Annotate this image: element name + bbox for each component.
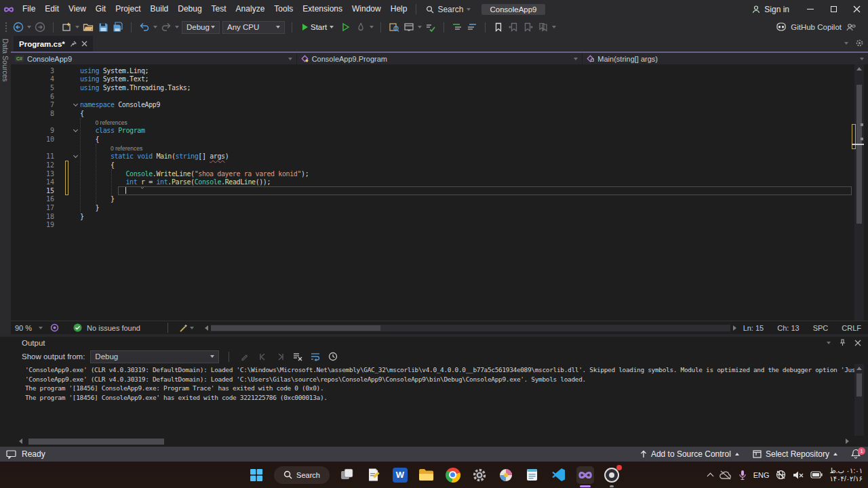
chrome-icon[interactable] [444, 466, 462, 484]
navigate-forward-button[interactable] [34, 21, 46, 33]
data-sources-tab[interactable]: Data Sources [1, 39, 9, 82]
breakpoint-margin[interactable] [57, 144, 71, 152]
tab-program-cs[interactable]: Program.cs* [14, 36, 93, 52]
microphone-icon[interactable] [738, 470, 747, 481]
code-line[interactable]: 10 { [11, 135, 868, 144]
zoom-level[interactable]: 90 % [11, 324, 39, 332]
start-debugging-button[interactable]: Start [299, 23, 337, 31]
solution-platform-dropdown[interactable]: Any CPU [222, 21, 285, 34]
battery-icon[interactable] [810, 471, 823, 479]
code-line[interactable]: 7namespace ConsoleApp9 [11, 101, 868, 110]
line-number[interactable]: 4 [11, 75, 57, 83]
code-line[interactable]: 14 int r = int.Parse(Console.ReadLine())… [11, 178, 868, 186]
save-button[interactable] [97, 21, 109, 33]
column-indicator[interactable]: Ch: 13 [770, 324, 806, 332]
code-line[interactable]: 12 { [11, 161, 868, 169]
breakpoint-margin[interactable] [57, 109, 71, 118]
vscode-icon[interactable] [550, 466, 568, 484]
editor-horizontal-scrollbar[interactable] [211, 325, 730, 331]
breakpoint-margin[interactable] [57, 66, 71, 75]
find-in-files-button[interactable] [388, 21, 400, 33]
breakpoint-margin[interactable] [57, 186, 71, 195]
paint-icon[interactable] [497, 466, 515, 484]
solution-configuration-dropdown[interactable]: Debug [182, 21, 220, 34]
pin-icon[interactable] [70, 41, 77, 47]
scroll-left-arrow[interactable] [19, 439, 22, 444]
language-indicator[interactable]: ENG [753, 471, 770, 479]
line-unindent-button[interactable] [466, 21, 478, 33]
tray-expand-chevron[interactable] [707, 472, 713, 479]
obs-icon[interactable] [603, 466, 620, 484]
python-notebook-icon[interactable] [365, 466, 382, 484]
breadcrumb-type-dropdown[interactable]: ConsoleApp9.Program [297, 53, 583, 64]
menu-window[interactable]: Window [347, 0, 386, 18]
close-tab-icon[interactable] [81, 41, 87, 47]
search-box[interactable]: Search [420, 5, 476, 14]
live-share-icon[interactable] [48, 322, 60, 334]
task-view-icon[interactable] [338, 466, 356, 484]
add-to-source-control-button[interactable]: Add to Source Control [640, 449, 739, 459]
minimize-button[interactable] [799, 0, 822, 18]
github-copilot-button[interactable]: GitHub Copilot [776, 22, 856, 33]
menu-git[interactable]: Git [91, 0, 111, 18]
code-line[interactable]: 9 class Program [11, 126, 868, 135]
spaces-indicator[interactable]: SPC [806, 324, 835, 332]
word-icon[interactable]: W [391, 466, 409, 484]
breakpoint-margin[interactable] [57, 169, 71, 178]
line-number[interactable]: 14 [11, 178, 57, 186]
editor-vertical-scrollbar[interactable] [854, 64, 864, 321]
line-number[interactable]: 17 [11, 204, 57, 211]
scroll-up-arrow[interactable] [856, 367, 862, 370]
breakpoint-margin[interactable] [57, 212, 71, 221]
output-source-dropdown[interactable]: Debug [90, 350, 219, 363]
line-number[interactable]: 13 [11, 170, 57, 178]
line-number[interactable]: 10 [11, 136, 57, 143]
fold-chevron-icon[interactable] [73, 102, 77, 106]
code-line[interactable]: 8{ [11, 109, 868, 118]
scroll-right-arrow[interactable] [846, 439, 849, 444]
breakpoint-margin[interactable] [57, 83, 71, 92]
output-log[interactable]: 'ConsoleApp9.exe' (CLR v4.0.30319: Defau… [25, 365, 854, 402]
document-well-options-icon[interactable] [855, 39, 864, 47]
menu-build[interactable]: Build [146, 0, 174, 18]
scrollbar-thumb[interactable] [856, 85, 862, 224]
scrollbar-thumb[interactable] [856, 373, 862, 396]
line-number[interactable]: 18 [11, 213, 57, 220]
menu-project[interactable]: Project [111, 0, 145, 18]
hot-reload-button[interactable] [355, 21, 367, 33]
breakpoint-margin[interactable] [57, 178, 71, 186]
line-number[interactable]: 15 [11, 187, 57, 195]
breakpoint-margin[interactable] [57, 161, 71, 169]
tab-list-chevron[interactable] [844, 42, 848, 45]
visual-studio-icon[interactable] [576, 466, 594, 484]
solution-name-badge[interactable]: ConsoleApp9 [481, 4, 545, 15]
code-line[interactable]: 16 } [11, 195, 868, 204]
code-line[interactable]: 6 [11, 92, 868, 101]
maximize-button[interactable] [822, 0, 845, 18]
menu-edit[interactable]: Edit [40, 0, 64, 18]
next-message-button[interactable] [274, 350, 286, 363]
timestamp-button[interactable] [327, 350, 339, 363]
volume-muted-icon[interactable] [793, 470, 804, 480]
codelens-row[interactable]: 0 references [11, 118, 868, 127]
breakpoint-margin[interactable] [57, 126, 71, 135]
menu-debug[interactable]: Debug [173, 0, 206, 18]
redo-button[interactable] [160, 21, 172, 33]
output-horizontal-scrollbar[interactable] [19, 439, 849, 445]
scroll-up-arrow[interactable] [856, 67, 862, 70]
scrollbar-thumb[interactable] [211, 325, 380, 331]
menu-tools[interactable]: Tools [269, 0, 298, 18]
start-button[interactable] [248, 466, 265, 484]
line-number[interactable]: 5 [11, 84, 57, 92]
sign-in-button[interactable]: Sign in [751, 5, 789, 14]
line-ending-indicator[interactable]: CRLF [835, 324, 868, 332]
breadcrumb-member-dropdown[interactable]: Main(string[] args) [583, 53, 868, 64]
code-line[interactable]: 3using System.Linq; [11, 66, 868, 75]
codelens-row[interactable]: 0 references [11, 144, 868, 152]
scroll-left-arrow[interactable] [205, 325, 208, 331]
zoom-chevron[interactable] [39, 327, 43, 329]
line-number[interactable]: 19 [11, 221, 57, 228]
line-number[interactable]: 3 [11, 67, 57, 75]
breakpoint-margin[interactable] [57, 152, 71, 161]
menu-view[interactable]: View [64, 0, 91, 18]
